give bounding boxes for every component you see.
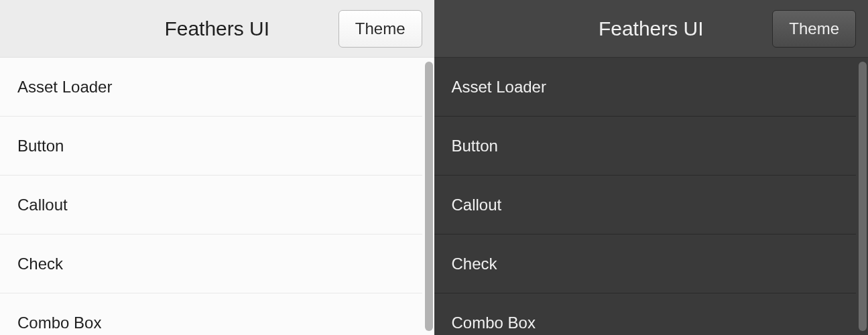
scrollbar-thumb[interactable] [425, 62, 433, 331]
list-item-label: Button [452, 137, 498, 155]
list-item[interactable]: Check [0, 234, 422, 293]
list-item[interactable]: Callout [0, 176, 422, 234]
component-list[interactable]: Asset Loader Button Callout Check Combo … [0, 58, 422, 335]
component-list[interactable]: Asset Loader Button Callout Check Combo … [434, 58, 857, 335]
list-item-label: Button [17, 137, 64, 155]
light-panel: Feathers UI Theme Asset Loader Button Ca… [0, 0, 434, 335]
scrollbar-track [425, 62, 433, 331]
list-item-label: Combo Box [17, 314, 101, 332]
app-container: Feathers UI Theme Asset Loader Button Ca… [0, 0, 868, 335]
list-item[interactable]: Button [434, 117, 857, 176]
app-title: Feathers UI [599, 17, 704, 40]
scrollbar-thumb[interactable] [859, 62, 867, 331]
list-item-label: Combo Box [452, 314, 536, 332]
list-item[interactable]: Button [0, 117, 422, 176]
list-item-label: Callout [452, 196, 502, 214]
list-item[interactable]: Asset Loader [434, 58, 857, 117]
list-item[interactable]: Combo Box [434, 293, 857, 335]
dark-header: Feathers UI Theme [434, 0, 869, 58]
app-title: Feathers UI [164, 17, 269, 40]
list-item[interactable]: Combo Box [0, 293, 422, 335]
list-item-label: Asset Loader [452, 78, 546, 96]
scrollbar-track [859, 62, 867, 331]
theme-button-label: Theme [789, 19, 839, 38]
dark-panel: Feathers UI Theme Asset Loader Button Ca… [434, 0, 869, 335]
list-item-label: Check [17, 255, 63, 273]
theme-button[interactable]: Theme [772, 10, 856, 48]
dark-list-wrapper: Asset Loader Button Callout Check Combo … [434, 58, 869, 335]
light-list-wrapper: Asset Loader Button Callout Check Combo … [0, 58, 434, 335]
list-item[interactable]: Asset Loader [0, 58, 422, 117]
theme-button-label: Theme [355, 19, 406, 38]
list-item[interactable]: Callout [434, 176, 857, 234]
list-item-label: Check [452, 255, 497, 273]
list-item[interactable]: Check [434, 234, 857, 293]
theme-button[interactable]: Theme [338, 10, 422, 48]
light-header: Feathers UI Theme [0, 0, 434, 58]
list-item-label: Asset Loader [17, 78, 112, 96]
list-item-label: Callout [17, 196, 68, 214]
